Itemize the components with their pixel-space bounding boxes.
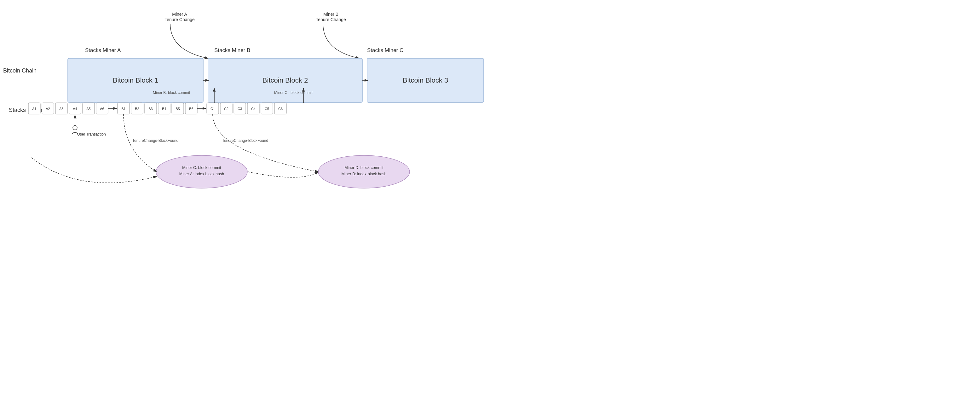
- svg-text:A2: A2: [46, 107, 50, 111]
- svg-text:B4: B4: [162, 107, 166, 111]
- ellipse-2-line1: Miner D: block commit: [344, 166, 383, 170]
- tenure-change-blockfound-2: TenureChange-BlockFound: [222, 139, 268, 143]
- tenure-change-blockfound-1: TenureChange-BlockFound: [132, 139, 178, 143]
- bitcoin-block-3-label: Bitcoin Block 3: [403, 76, 448, 84]
- miner-b-block-commit-label: Miner B: block commit: [153, 91, 190, 95]
- tenure-change-b-line1: Miner B: [323, 12, 339, 17]
- svg-text:C5: C5: [265, 107, 269, 111]
- svg-text:A1: A1: [32, 107, 36, 111]
- svg-text:C1: C1: [210, 107, 215, 111]
- tenure-change-a-line1: Miner A: [172, 12, 187, 17]
- svg-text:C6: C6: [278, 107, 283, 111]
- svg-text:C4: C4: [251, 107, 256, 111]
- svg-text:B2: B2: [135, 107, 139, 111]
- svg-text:C2: C2: [224, 107, 229, 111]
- ellipse-1-line2: Miner A: index block hash: [179, 172, 224, 176]
- miner-a-label: Stacks Miner A: [85, 47, 121, 53]
- bitcoin-block-1-label: Bitcoin Block 1: [113, 76, 158, 84]
- user-transaction-label: User Transaction: [77, 132, 106, 137]
- svg-text:A3: A3: [59, 107, 63, 111]
- bitcoin-block-2-label: Bitcoin Block 2: [262, 76, 308, 84]
- miner-c-label: Stacks Miner C: [367, 47, 403, 53]
- miner-c-block-commit-label: Miner C : block commit: [274, 91, 313, 95]
- tenure-change-a-line2: Tenure Change: [164, 17, 195, 22]
- bitcoin-chain-label: Bitcoin Chain: [3, 67, 37, 74]
- svg-text:A4: A4: [73, 107, 77, 111]
- svg-text:B5: B5: [175, 107, 180, 111]
- svg-text:B3: B3: [148, 107, 153, 111]
- ellipse-2-line2: Miner B: index block hash: [341, 172, 386, 176]
- miner-b-label: Stacks Miner B: [214, 47, 250, 53]
- tenure-change-b-line2: Tenure Change: [316, 17, 346, 22]
- svg-text:A6: A6: [100, 107, 104, 111]
- svg-text:B6: B6: [189, 107, 193, 111]
- svg-text:B1: B1: [121, 107, 126, 111]
- ellipse-1-line1: Miner C: block commit: [182, 166, 221, 170]
- svg-text:C3: C3: [238, 107, 242, 111]
- svg-text:A5: A5: [86, 107, 91, 111]
